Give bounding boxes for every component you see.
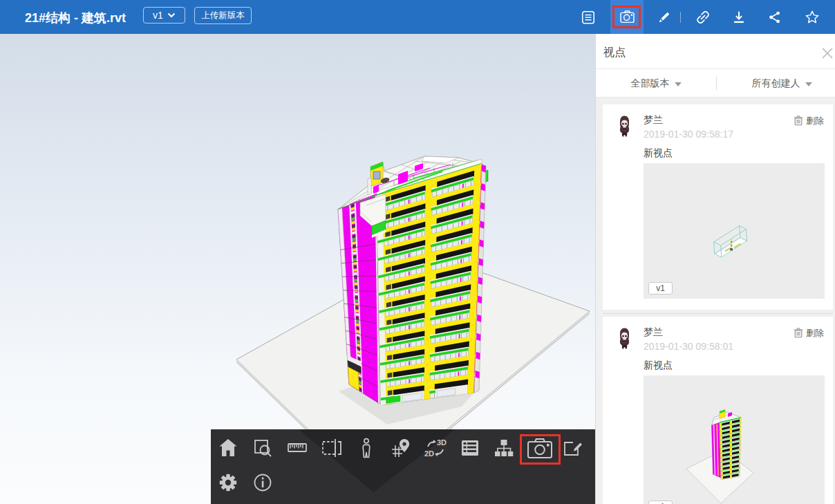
svg-text:2D: 2D <box>424 449 434 458</box>
svg-text:3D: 3D <box>437 438 447 447</box>
